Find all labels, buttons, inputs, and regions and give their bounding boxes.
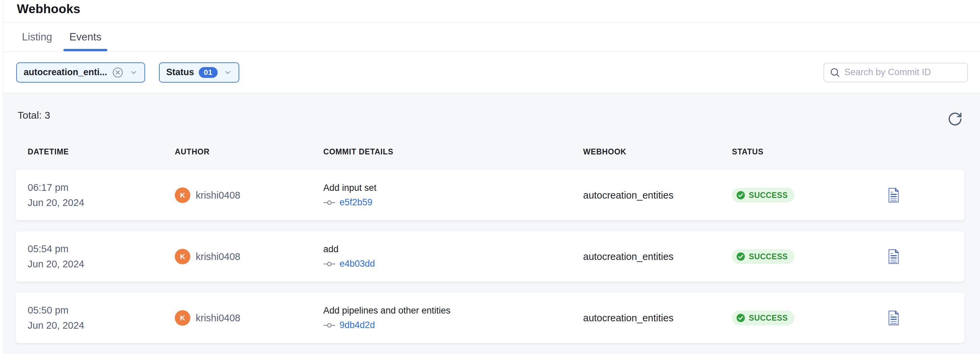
table-row: 05:50 pm Jun 20, 2024 K krishi0408 Add p… bbox=[16, 293, 964, 343]
search-input[interactable] bbox=[844, 67, 963, 78]
column-header-commit-details: COMMIT DETAILS bbox=[323, 147, 583, 156]
status-cell: SUCCESS bbox=[732, 188, 884, 203]
author-name: krishi0408 bbox=[196, 190, 240, 201]
column-header-author: AUTHOR bbox=[175, 147, 323, 156]
view-payload-button[interactable] bbox=[887, 310, 900, 326]
total-count: Total: 3 bbox=[18, 110, 980, 121]
title-bar: Webhooks bbox=[3, 0, 980, 22]
tab-listing-label: Listing bbox=[22, 31, 52, 43]
tab-listing[interactable]: Listing bbox=[16, 22, 58, 51]
avatar: K bbox=[175, 310, 190, 326]
git-commit-icon bbox=[323, 321, 336, 329]
table-header: DATETIME AUTHOR COMMIT DETAILS WEBHOOK S… bbox=[16, 147, 964, 156]
tabs-bar: Listing Events bbox=[3, 22, 980, 52]
commit-details-cell: Add input set e5f2b59 bbox=[323, 183, 583, 208]
commit-id-link[interactable]: e5f2b59 bbox=[339, 197, 372, 208]
git-commit-icon bbox=[323, 198, 336, 207]
event-date: Jun 20, 2024 bbox=[28, 320, 175, 331]
column-header-status: STATUS bbox=[732, 147, 884, 156]
chevron-down-icon bbox=[224, 68, 232, 76]
webhook-name: autocreation_entities bbox=[583, 251, 732, 262]
datetime-cell: 05:54 pm Jun 20, 2024 bbox=[28, 243, 175, 270]
status-filter-count-badge: 01 bbox=[199, 67, 217, 78]
column-header-webhook: WEBHOOK bbox=[583, 147, 732, 156]
tab-events[interactable]: Events bbox=[64, 22, 108, 51]
status-filter-chip[interactable]: Status 01 bbox=[159, 62, 239, 83]
webhooks-page: Webhooks Listing Events autocreation_ent… bbox=[3, 0, 980, 354]
status-label: SUCCESS bbox=[749, 191, 788, 200]
table-row: 05:54 pm Jun 20, 2024 K krishi0408 add e… bbox=[16, 231, 964, 282]
filter-bar: autocreation_enti... Status 01 bbox=[3, 52, 980, 94]
datetime-cell: 05:50 pm Jun 20, 2024 bbox=[28, 305, 175, 331]
tab-events-label: Events bbox=[70, 31, 102, 43]
author-cell: K krishi0408 bbox=[175, 310, 323, 326]
status-label: SUCCESS bbox=[749, 314, 788, 323]
document-icon bbox=[887, 310, 900, 326]
event-date: Jun 20, 2024 bbox=[28, 197, 175, 208]
refresh-icon bbox=[947, 111, 963, 127]
status-badge: SUCCESS bbox=[732, 311, 794, 325]
author-name: krishi0408 bbox=[196, 251, 240, 262]
search-box bbox=[823, 63, 968, 82]
status-badge: SUCCESS bbox=[732, 249, 794, 264]
check-circle-icon bbox=[736, 313, 745, 323]
search-icon bbox=[829, 67, 840, 78]
author-name: krishi0408 bbox=[196, 313, 240, 324]
status-badge: SUCCESS bbox=[732, 188, 794, 203]
page-title: Webhooks bbox=[17, 2, 980, 16]
left-rail bbox=[0, 0, 3, 354]
author-cell: K krishi0408 bbox=[175, 187, 323, 203]
chevron-down-icon bbox=[130, 68, 138, 76]
status-label: SUCCESS bbox=[749, 252, 788, 261]
trigger-filter-chip[interactable]: autocreation_enti... bbox=[16, 62, 145, 83]
commit-id-link[interactable]: 9db4d2d bbox=[339, 320, 375, 330]
events-content: Total: 3 DATETIME AUTHOR COMMIT DETAILS … bbox=[3, 94, 980, 354]
status-filter-label: Status bbox=[166, 67, 194, 78]
view-payload-button[interactable] bbox=[887, 187, 900, 203]
avatar: K bbox=[175, 187, 190, 203]
status-cell: SUCCESS bbox=[732, 249, 884, 264]
event-time: 06:17 pm bbox=[28, 182, 175, 193]
document-icon bbox=[887, 249, 900, 264]
commit-message: Add input set bbox=[323, 183, 583, 193]
document-icon bbox=[887, 187, 900, 203]
check-circle-icon bbox=[736, 252, 745, 261]
commit-message: add bbox=[323, 244, 583, 254]
commit-details-cell: add e4b03dd bbox=[323, 244, 583, 269]
event-time: 05:50 pm bbox=[28, 305, 175, 316]
webhook-name: autocreation_entities bbox=[583, 190, 732, 201]
commit-message: Add pipelines and other entities bbox=[323, 305, 583, 316]
avatar: K bbox=[175, 249, 190, 264]
clear-filter-icon[interactable] bbox=[112, 67, 124, 78]
event-date: Jun 20, 2024 bbox=[28, 259, 175, 270]
commit-details-cell: Add pipelines and other entities 9db4d2d bbox=[323, 305, 583, 330]
refresh-button[interactable] bbox=[947, 111, 963, 127]
column-header-datetime: DATETIME bbox=[28, 147, 175, 156]
trigger-filter-label: autocreation_enti... bbox=[24, 67, 107, 78]
webhook-name: autocreation_entities bbox=[583, 313, 732, 324]
datetime-cell: 06:17 pm Jun 20, 2024 bbox=[28, 182, 175, 208]
commit-id-link[interactable]: e4b03dd bbox=[339, 259, 375, 269]
view-payload-button[interactable] bbox=[887, 249, 900, 264]
author-cell: K krishi0408 bbox=[175, 249, 323, 264]
event-time: 05:54 pm bbox=[28, 243, 175, 254]
status-cell: SUCCESS bbox=[732, 311, 884, 325]
git-commit-icon bbox=[323, 260, 336, 268]
check-circle-icon bbox=[736, 190, 745, 200]
table-row: 06:17 pm Jun 20, 2024 K krishi0408 Add i… bbox=[16, 170, 964, 221]
